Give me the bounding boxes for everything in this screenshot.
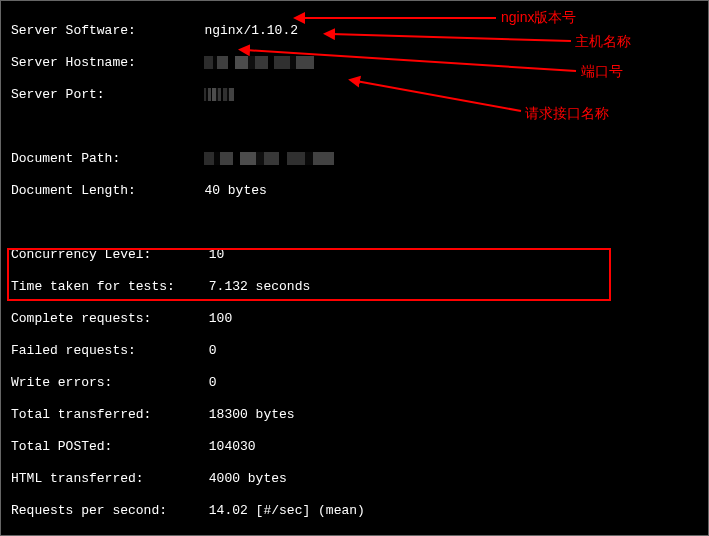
redacted-hostname [204, 56, 314, 69]
kv-write-errors: Write errors: 0 [11, 375, 704, 391]
label: Concurrency Level: [11, 247, 201, 263]
value: 10 [209, 247, 225, 262]
label: Server Hostname: [11, 55, 181, 71]
label: Time taken for tests: [11, 279, 201, 295]
value: 100 [209, 311, 232, 326]
value: 18300 bytes [209, 407, 295, 422]
label: Document Path: [11, 151, 181, 167]
kv-time-taken: Time taken for tests: 7.132 seconds [11, 279, 704, 295]
blank-line [11, 215, 704, 231]
value: 104030 [209, 439, 256, 454]
value: 0 [209, 375, 217, 390]
label: Server Port: [11, 87, 181, 103]
label: Requests per second: [11, 503, 201, 519]
kv-html-transferred: HTML transferred: 4000 bytes [11, 471, 704, 487]
redacted-port [204, 88, 234, 101]
label: Total transferred: [11, 407, 201, 423]
kv-complete: Complete requests: 100 [11, 311, 704, 327]
value: 14.02 [#/sec] (mean) [209, 503, 365, 518]
kv-total-posted: Total POSTed: 104030 [11, 439, 704, 455]
annotation-hostname: 主机名称 [575, 33, 631, 49]
terminal-output: Server Software: nginx/1.10.2 Server Hos… [1, 1, 708, 536]
redacted-path [204, 152, 334, 165]
value-server-software: nginx/1.10.2 [204, 23, 298, 38]
blank-line [11, 119, 704, 135]
label: Complete requests: [11, 311, 201, 327]
label: Write errors: [11, 375, 201, 391]
annotation-nginx-version: nginx版本号 [501, 9, 576, 25]
value: 40 bytes [204, 183, 266, 198]
label: Total POSTed: [11, 439, 201, 455]
kv-failed: Failed requests: 0 [11, 343, 704, 359]
kv-server-port: Server Port: [11, 87, 704, 103]
kv-requests-per-second: Requests per second: 14.02 [#/sec] (mean… [11, 503, 704, 519]
label: Server Software: [11, 23, 181, 39]
label: Document Length: [11, 183, 181, 199]
label: Failed requests: [11, 343, 201, 359]
annotation-doc-path: 请求接口名称 [525, 105, 609, 121]
value: 0 [209, 343, 217, 358]
annotation-port: 端口号 [581, 63, 623, 79]
label: HTML transferred: [11, 471, 201, 487]
kv-total-transferred: Total transferred: 18300 bytes [11, 407, 704, 423]
kv-doc-path: Document Path: [11, 151, 704, 167]
kv-concurrency: Concurrency Level: 10 [11, 247, 704, 263]
kv-doc-length: Document Length: 40 bytes [11, 183, 704, 199]
value: 7.132 seconds [209, 279, 310, 294]
value: 4000 bytes [209, 471, 287, 486]
